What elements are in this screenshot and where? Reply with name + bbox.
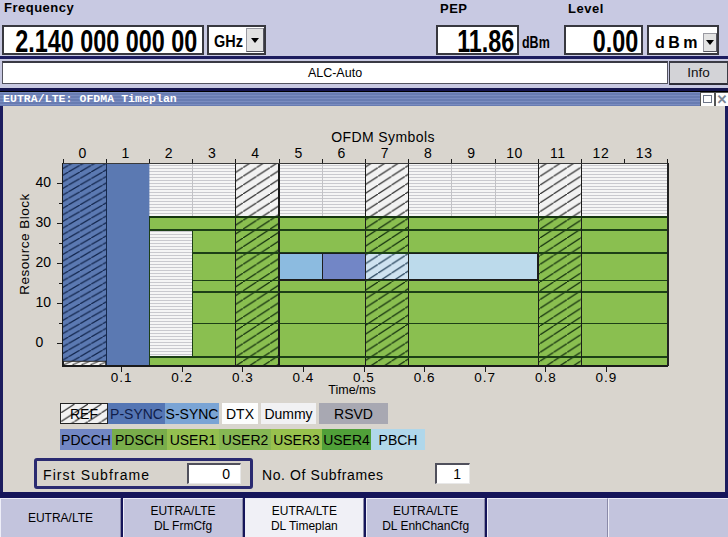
svg-text:9: 9 xyxy=(467,145,475,161)
svg-text:3: 3 xyxy=(208,145,216,161)
svg-text:0.2: 0.2 xyxy=(171,370,193,385)
svg-text:OFDM Symbols: OFDM Symbols xyxy=(331,129,435,145)
svg-text:10: 10 xyxy=(36,294,52,310)
svg-text:Time/ms: Time/ms xyxy=(328,383,375,397)
svg-text:20: 20 xyxy=(36,254,52,270)
svg-text:0: 0 xyxy=(36,334,44,350)
svg-text:0.3: 0.3 xyxy=(232,370,254,385)
svg-text:30: 30 xyxy=(36,214,52,230)
svg-text:Resource Block: Resource Block xyxy=(17,193,32,295)
svg-text:10: 10 xyxy=(506,145,523,161)
svg-text:7: 7 xyxy=(381,145,389,161)
svg-text:40: 40 xyxy=(36,174,52,190)
svg-text:1: 1 xyxy=(122,145,130,161)
svg-text:0.8: 0.8 xyxy=(535,370,557,385)
svg-text:0.7: 0.7 xyxy=(474,370,496,385)
svg-text:0.9: 0.9 xyxy=(596,370,618,385)
svg-text:11: 11 xyxy=(550,145,566,161)
svg-text:4: 4 xyxy=(251,145,259,161)
svg-text:5: 5 xyxy=(294,145,302,161)
svg-text:6: 6 xyxy=(338,145,346,161)
svg-text:2: 2 xyxy=(165,145,173,161)
svg-text:8: 8 xyxy=(424,145,432,161)
svg-text:0.6: 0.6 xyxy=(414,370,436,385)
svg-text:0: 0 xyxy=(78,145,86,161)
svg-text:12: 12 xyxy=(593,145,610,161)
svg-text:0.4: 0.4 xyxy=(293,370,315,385)
svg-text:0.1: 0.1 xyxy=(111,370,133,385)
svg-text:13: 13 xyxy=(636,145,653,161)
